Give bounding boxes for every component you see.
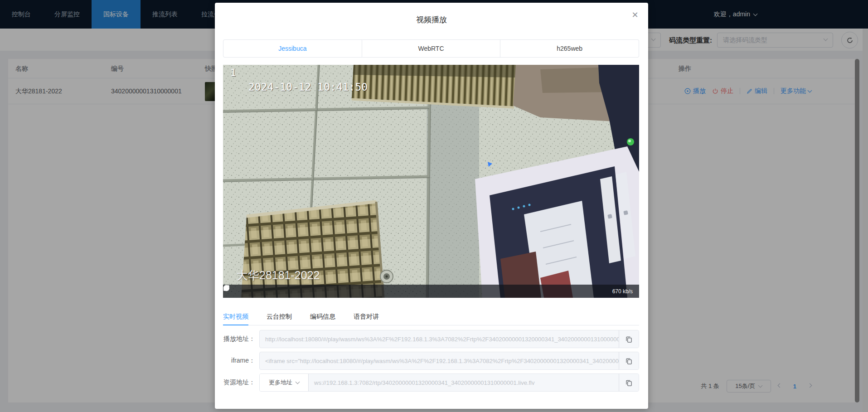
- video-play-dialog: 视频播放 ✕ Jessibuca WebRTC h265web: [215, 3, 648, 409]
- fullscreen-icon[interactable]: [223, 285, 230, 291]
- tab-jessibuca[interactable]: Jessibuca: [223, 39, 362, 58]
- copy-icon: [626, 379, 632, 386]
- iframe-label: iframe：: [223, 357, 259, 365]
- tab-encoding-info[interactable]: 编码信息: [310, 307, 335, 325]
- copy-iframe-button[interactable]: [619, 352, 639, 369]
- player-type-tabs: Jessibuca WebRTC h265web: [223, 39, 639, 58]
- more-addresses-select[interactable]: 更多地址: [260, 374, 309, 391]
- resource-address-input[interactable]: ws://192.168.1.3:7082/rtp/34020000001320…: [309, 374, 619, 391]
- dialog-title: 视频播放: [215, 15, 648, 25]
- tab-webrtc[interactable]: WebRTC: [362, 39, 501, 58]
- resource-address-label: 资源地址：: [223, 378, 259, 387]
- copy-icon: [626, 358, 632, 364]
- play-address-row: 播放地址： http://localhost:18080/#/play/wasm…: [223, 330, 639, 348]
- video-player[interactable]: 1 2024-10-12 10:41:50 大华28181-2022 67: [223, 65, 639, 298]
- osd-camera-name: 大华28181-2022: [237, 268, 320, 283]
- bitrate-label: 670 kb/s: [612, 288, 633, 295]
- player-control-bar: 670 kb/s: [223, 285, 639, 298]
- osd-channel-number: 1: [230, 68, 236, 78]
- copy-play-address-button[interactable]: [619, 330, 639, 348]
- tab-audio-intercom[interactable]: 语音对讲: [354, 307, 379, 325]
- iframe-row: iframe： <iframe src="http://localhost:18…: [223, 352, 639, 370]
- play-address-label: 播放地址：: [223, 335, 259, 343]
- osd-timestamp: 2024-10-12 10:41:50: [248, 81, 368, 93]
- copy-resource-address-button[interactable]: [619, 374, 639, 391]
- play-address-input[interactable]: http://localhost:18080/#/play/wasm/ws%3A…: [260, 330, 619, 348]
- resource-address-row: 资源地址： 更多地址 ws://192.168.1.3:7082/rtp/340…: [223, 373, 639, 392]
- tab-live-video[interactable]: 实时视频: [223, 307, 248, 325]
- iframe-input[interactable]: <iframe src="http://localhost:18080/#/pl…: [260, 352, 619, 369]
- tab-ptz-control[interactable]: 云台控制: [267, 307, 292, 325]
- chevron-down-icon: [296, 380, 300, 384]
- close-icon[interactable]: ✕: [630, 10, 640, 20]
- video-frame: [223, 65, 639, 298]
- tab-h265web[interactable]: h265web: [500, 39, 639, 58]
- copy-icon: [626, 336, 632, 343]
- stream-info-tabs: 实时视频 云台控制 编码信息 语音对讲: [223, 307, 639, 325]
